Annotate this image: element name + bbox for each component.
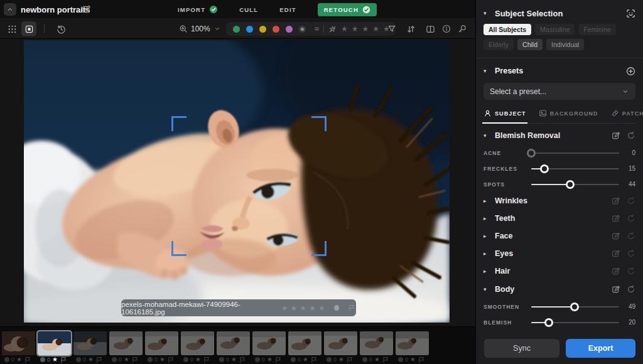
collapse-button[interactable] (4, 3, 16, 16)
thumbnail-star[interactable]: ★ (16, 356, 22, 363)
color-flag-dot[interactable] (76, 357, 81, 362)
edit-square-icon[interactable] (612, 285, 620, 294)
color-flag-2[interactable] (259, 26, 266, 33)
thumbnail-star[interactable]: ★ (231, 356, 237, 363)
filmstrip-thumbnail-2[interactable]: 0★ (38, 331, 71, 364)
filmstrip-thumbnail-1[interactable]: 0★ (2, 331, 35, 364)
reset-icon[interactable] (627, 131, 635, 140)
rating-star[interactable]: ★ (372, 25, 379, 33)
flag-icon[interactable] (60, 356, 68, 364)
slider-knob[interactable] (570, 302, 579, 311)
zoom-control[interactable]: 100% (179, 19, 221, 39)
thumbnail-image[interactable] (181, 331, 214, 355)
reset-icon[interactable] (627, 267, 635, 276)
history-icon[interactable] (57, 24, 66, 34)
subject-tag-individual[interactable]: Individual (546, 39, 584, 50)
color-flag-dot[interactable] (4, 357, 9, 362)
thumbnail-image[interactable] (217, 331, 250, 355)
plus-circle-icon[interactable] (626, 67, 635, 76)
flag-icon[interactable] (167, 356, 175, 364)
flag-icon[interactable] (274, 356, 283, 364)
image-canvas[interactable]: pexels-mohamad-mekawi-74909946-10616185.… (0, 39, 475, 326)
color-flag-dot[interactable] (183, 357, 188, 362)
slider-knob[interactable] (566, 180, 575, 189)
thumbnail-star[interactable]: ★ (159, 356, 165, 363)
color-flag-1[interactable] (246, 26, 253, 33)
slider-track[interactable] (531, 184, 619, 185)
color-flag-dot[interactable] (255, 357, 260, 362)
flag-icon[interactable] (95, 356, 104, 364)
presets-header[interactable]: ▾ Presets (484, 65, 635, 77)
edit-square-icon[interactable] (612, 131, 620, 140)
subject-tag-masculine[interactable]: Masculine (535, 24, 575, 35)
step-import[interactable]: IMPORT (178, 5, 218, 14)
star-off-icon[interactable] (328, 25, 337, 33)
step-edit[interactable]: EDIT (279, 6, 296, 13)
edit-square-icon[interactable] (612, 196, 620, 205)
subject-tag-feminine[interactable]: Feminine (578, 24, 615, 35)
edit-square-icon[interactable] (612, 232, 620, 240)
file-star[interactable]: ★ (309, 304, 316, 312)
flag-icon[interactable] (418, 356, 426, 364)
slider-knob[interactable] (540, 164, 549, 173)
filmstrip-thumbnail-12[interactable]: 0★ (396, 331, 429, 364)
rating-star[interactable]: ★ (362, 25, 369, 33)
thumbnail-star[interactable]: ★ (410, 356, 416, 363)
subject-tag-elderly[interactable]: Elderly (484, 39, 514, 50)
edit-square-icon[interactable] (612, 249, 620, 258)
slider-track[interactable] (531, 306, 619, 308)
sync-button[interactable]: Sync (484, 339, 559, 358)
reset-icon[interactable] (627, 285, 635, 294)
reset-icon[interactable] (627, 214, 635, 223)
color-flag-dot[interactable] (148, 357, 153, 362)
loupe-icon[interactable] (458, 24, 467, 33)
split-view-icon[interactable] (426, 24, 435, 34)
thumbnail-image[interactable] (288, 331, 322, 355)
flag-icon[interactable] (346, 356, 354, 364)
thumbnail-image[interactable] (73, 331, 107, 355)
sort-arrows-icon[interactable] (406, 24, 416, 34)
slider-track[interactable] (531, 168, 619, 169)
section-header-body[interactable]: ▾Body (484, 280, 635, 299)
reset-icon[interactable] (627, 196, 635, 205)
thumbnail-star[interactable]: ★ (303, 356, 308, 363)
subject-tag-child[interactable]: Child (517, 39, 543, 50)
section-header-face[interactable]: ▸Face (484, 227, 635, 245)
thumbnail-star[interactable]: ★ (124, 356, 129, 363)
flag-icon[interactable] (348, 304, 356, 312)
color-flag-0[interactable] (233, 26, 240, 33)
file-star[interactable]: ★ (300, 304, 306, 312)
thumbnail-star[interactable]: ★ (374, 356, 380, 363)
step-cull[interactable]: CULL (239, 6, 258, 13)
export-button[interactable]: Export (566, 339, 635, 358)
filter-funnel-icon[interactable] (387, 24, 396, 33)
color-flag-4[interactable] (286, 26, 293, 33)
flag-icon[interactable] (131, 356, 139, 364)
thumbnail-star[interactable]: ★ (195, 356, 201, 363)
subject-tag-all-subjects[interactable]: All Subjects (484, 24, 531, 35)
color-flag-3[interactable] (273, 26, 279, 33)
tab-background[interactable]: BACKGROUND (539, 109, 598, 117)
edit-square-icon[interactable] (612, 214, 620, 223)
info-icon[interactable] (442, 24, 451, 33)
reset-icon[interactable] (627, 232, 635, 240)
thumbnail-image[interactable] (109, 331, 143, 355)
filmstrip-thumbnail-10[interactable]: 0★ (324, 331, 357, 364)
thumbnail-image[interactable] (2, 331, 35, 355)
slider-knob[interactable] (527, 149, 536, 158)
section-header-hair[interactable]: ▸Hair (484, 262, 635, 280)
step-retouch-button[interactable]: RETOUCH (318, 3, 377, 16)
rename-project-icon[interactable] (82, 4, 91, 14)
file-star[interactable]: ★ (318, 304, 325, 312)
filmstrip-thumbnail-11[interactable]: 0★ (360, 331, 393, 364)
filmstrip-thumbnail-3[interactable]: 0★ (73, 331, 107, 364)
filmstrip-thumbnail-5[interactable]: 0★ (145, 331, 178, 364)
thumbnail-image[interactable] (396, 331, 429, 355)
section-header-wrinkles[interactable]: ▸Wrinkles (484, 192, 635, 210)
thumbnail-star[interactable]: ★ (338, 356, 344, 363)
section-header-blemish-removal[interactable]: ▾Blemish Removal (484, 126, 635, 145)
file-star[interactable]: ★ (291, 304, 298, 312)
filmstrip-thumbnail-8[interactable]: 0★ (252, 331, 286, 364)
color-flag-none[interactable] (299, 26, 306, 33)
color-flag-dot[interactable] (362, 357, 367, 362)
